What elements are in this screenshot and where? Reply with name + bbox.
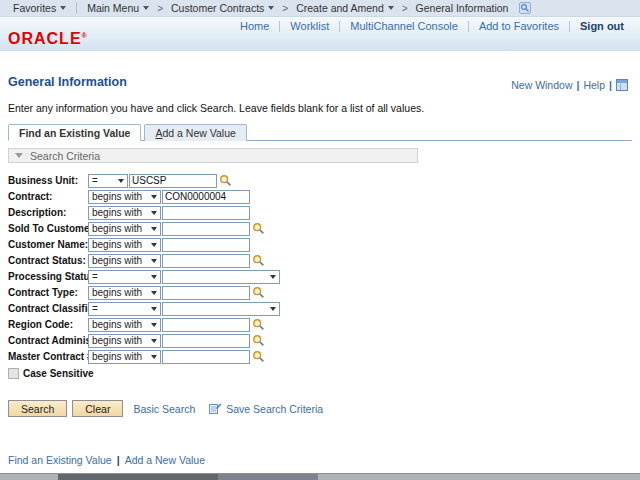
field-row-master-contract: Master Contract #: begins with xyxy=(8,349,632,364)
region-code-input[interactable] xyxy=(162,318,250,332)
contract-operator-select[interactable]: begins with xyxy=(88,190,161,204)
chevron-down-icon xyxy=(60,6,66,10)
breadcrumb-main-menu[interactable]: Main Menu xyxy=(80,2,156,14)
contract-administrator-operator-select[interactable]: begins with xyxy=(88,334,161,348)
contract-status-lookup-icon[interactable] xyxy=(252,254,265,267)
oracle-logo: ORACLE® xyxy=(8,30,88,48)
field-row-contract: Contract: begins with xyxy=(8,189,632,204)
add-to-favorites-link[interactable]: Add to Favorites xyxy=(469,20,569,32)
tab-add-a-new-value[interactable]: Add a New Value xyxy=(144,124,246,141)
chevron-down-icon xyxy=(270,307,276,311)
field-row-processing-status: Processing Status: = xyxy=(8,269,632,284)
new-window-link[interactable]: New Window xyxy=(511,79,572,91)
breadcrumb-separator: > xyxy=(282,3,288,14)
contract-classification-operator-select[interactable]: = xyxy=(88,302,161,316)
footer-find-an-existing-value-link[interactable]: Find an Existing Value xyxy=(8,454,112,466)
separator: | xyxy=(609,79,612,91)
contract-type-operator-select[interactable]: begins with xyxy=(88,286,161,300)
case-sensitive-checkbox[interactable] xyxy=(8,368,19,379)
field-row-region-code: Region Code: begins with xyxy=(8,317,632,332)
chevron-down-icon xyxy=(151,339,157,343)
header-links: Home Worklist MultiChannel Console Add t… xyxy=(230,20,634,32)
collapse-triangle-icon xyxy=(15,153,23,158)
chevron-down-icon xyxy=(270,275,276,279)
description-operator-select[interactable]: begins with xyxy=(88,206,161,220)
breadcrumb-label: Create and Amend xyxy=(296,2,384,14)
breadcrumb-label: Main Menu xyxy=(87,2,139,14)
breadcrumb: Favorites Main Menu > Customer Contracts… xyxy=(0,0,640,17)
region-code-label: Region Code: xyxy=(8,319,88,330)
separator: | xyxy=(576,79,579,91)
search-criteria-title: Search Criteria xyxy=(30,150,100,162)
chevron-down-icon xyxy=(118,179,124,183)
customer-name-input[interactable] xyxy=(162,238,250,252)
breadcrumb-favorites[interactable]: Favorites xyxy=(6,2,73,14)
contract-status-input[interactable] xyxy=(162,254,250,268)
sign-out-link[interactable]: Sign out xyxy=(570,20,634,32)
breadcrumb-general-information[interactable]: General Information xyxy=(409,2,516,14)
sold-to-customer-lookup-icon[interactable] xyxy=(252,222,265,235)
contract-classification-select[interactable] xyxy=(162,302,280,316)
sold-to-customer-operator-select[interactable]: begins with xyxy=(88,222,161,236)
tab-find-an-existing-value[interactable]: Find an Existing Value xyxy=(8,124,141,141)
footer-add-a-new-value-link[interactable]: Add a New Value xyxy=(125,454,205,466)
chevron-down-icon xyxy=(151,195,157,199)
breadcrumb-customer-contracts[interactable]: Customer Contracts xyxy=(164,2,281,14)
utility-links: New Window | Help | xyxy=(511,79,628,91)
personalize-page-icon[interactable] xyxy=(616,79,628,91)
chevron-down-icon xyxy=(151,243,157,247)
processing-status-select[interactable] xyxy=(162,270,280,284)
master-contract-lookup-icon[interactable] xyxy=(252,350,265,363)
basic-search-link[interactable]: Basic Search xyxy=(133,403,195,415)
contract-classification-label: Contract Classification: xyxy=(8,303,88,314)
customer-name-operator-select[interactable]: begins with xyxy=(88,238,161,252)
region-code-lookup-icon[interactable] xyxy=(252,318,265,331)
description-input[interactable] xyxy=(162,206,250,220)
contract-administrator-lookup-icon[interactable] xyxy=(252,334,265,347)
breadcrumb-page-search-icon[interactable] xyxy=(519,2,531,14)
breadcrumb-create-and-amend[interactable]: Create and Amend xyxy=(289,2,401,14)
taskbar-strip xyxy=(0,473,640,480)
multichannel-console-link[interactable]: MultiChannel Console xyxy=(340,20,468,32)
separator xyxy=(76,2,77,14)
contract-administrator-input[interactable] xyxy=(162,334,250,348)
chevron-down-icon xyxy=(151,227,157,231)
clear-button[interactable]: Clear xyxy=(72,400,123,417)
description-label: Description: xyxy=(8,207,88,218)
page-content: New Window | Help | General Information … xyxy=(0,75,640,466)
chevron-down-icon xyxy=(151,307,157,311)
processing-status-operator-select[interactable]: = xyxy=(88,270,161,284)
contract-type-lookup-icon[interactable] xyxy=(252,286,265,299)
contract-administrator-label: Contract Administrator: xyxy=(8,335,88,346)
search-button[interactable]: Search xyxy=(8,400,67,417)
master-contract-input[interactable] xyxy=(162,350,250,364)
breadcrumb-label: Customer Contracts xyxy=(171,2,264,14)
sold-to-customer-input[interactable] xyxy=(162,222,250,236)
contract-type-input[interactable] xyxy=(162,286,250,300)
contract-label: Contract: xyxy=(8,191,88,202)
business-unit-input[interactable] xyxy=(129,174,217,188)
app-header: Home Worklist MultiChannel Console Add t… xyxy=(0,17,640,51)
region-code-operator-select[interactable]: begins with xyxy=(88,318,161,332)
separator: | xyxy=(117,454,120,466)
home-link[interactable]: Home xyxy=(230,20,279,32)
search-criteria-header[interactable]: Search Criteria xyxy=(8,148,418,163)
business-unit-operator-select[interactable]: = xyxy=(88,174,128,188)
contract-input[interactable] xyxy=(162,190,250,204)
search-form: Business Unit: = Contract: begins with D… xyxy=(8,173,632,364)
chevron-down-icon xyxy=(151,291,157,295)
action-bar: Search Clear Basic Search Save Search Cr… xyxy=(8,400,632,417)
business-unit-lookup-icon[interactable] xyxy=(219,174,232,187)
contract-status-operator-select[interactable]: begins with xyxy=(88,254,161,268)
help-link[interactable]: Help xyxy=(583,79,605,91)
master-contract-operator-select[interactable]: begins with xyxy=(88,350,161,364)
save-search-icon xyxy=(209,402,222,415)
field-row-sold-to-customer: Sold To Customer: begins with xyxy=(8,221,632,236)
worklist-link[interactable]: Worklist xyxy=(280,20,339,32)
field-row-customer-name: Customer Name: begins with xyxy=(8,237,632,252)
customer-name-label: Customer Name: xyxy=(8,239,88,250)
breadcrumb-label: General Information xyxy=(416,2,509,14)
save-search-criteria-link[interactable]: Save Search Criteria xyxy=(226,403,323,415)
breadcrumb-separator: > xyxy=(402,3,408,14)
contract-status-label: Contract Status: xyxy=(8,255,88,266)
